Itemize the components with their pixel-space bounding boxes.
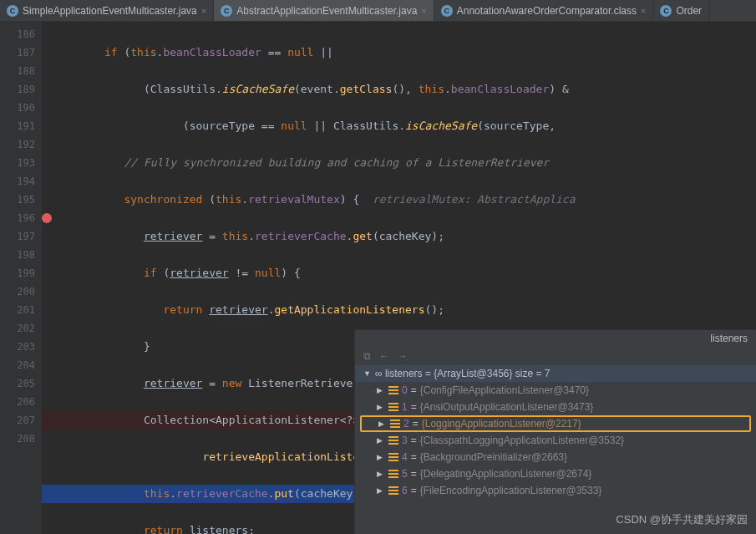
equals-icon (388, 436, 398, 445)
line-gutter: 186 187 188 189 190 191 192 193 194 195 … (0, 22, 42, 534)
line-number: 201 (0, 301, 35, 319)
line-number: 188 (0, 62, 35, 80)
debug-title: listeners (710, 333, 748, 344)
line-number: 189 (0, 80, 35, 99)
equals-icon (388, 403, 398, 411)
line-number: 206 (0, 393, 35, 411)
debug-item[interactable]: ▶ 3 = {ClasspathLoggingApplicationListen… (355, 432, 756, 449)
line-number: 199 (0, 264, 35, 282)
line-number: 186 (0, 25, 35, 43)
line-number: 205 (0, 374, 35, 393)
tab-order[interactable]: COrder (653, 0, 709, 21)
line-number: 187 (0, 43, 35, 62)
line-number: 191 (0, 117, 35, 135)
line-number: 204 (0, 356, 35, 374)
line-number: 202 (0, 319, 35, 338)
line-number: 195 (0, 191, 35, 209)
debug-header: listeners (355, 330, 756, 347)
tab-label: AbstractApplicationEventMulticaster.java (236, 5, 417, 17)
expand-icon[interactable]: ▼ (363, 369, 372, 378)
expand-icon[interactable]: ▶ (377, 486, 385, 495)
tab-label: SimpleApplicationEventMulticaster.java (23, 5, 197, 17)
debug-value: ∞ listeners = {ArrayList@3456} size = 7 (375, 368, 551, 379)
close-icon[interactable]: × (201, 6, 206, 16)
java-icon: C (221, 5, 232, 17)
expand-icon[interactable]: ▶ (377, 453, 385, 461)
tab-label: Order (676, 5, 702, 17)
line-number: 198 (0, 246, 35, 264)
tab-label: AnnotationAwareOrderComparator.class (457, 5, 637, 17)
editor-tabs: CSimpleApplicationEventMulticaster.java×… (0, 0, 756, 22)
debug-item[interactable]: ▶ 5 = {DelegatingApplicationListener@267… (355, 465, 756, 482)
line-number: 200 (0, 282, 35, 301)
equals-icon (390, 420, 400, 428)
java-icon: C (660, 5, 672, 17)
watermark: CSDN @协手共建美好家园 (616, 512, 748, 527)
line-number: 193 (0, 154, 35, 172)
close-icon[interactable]: × (641, 6, 646, 16)
debug-item-selected[interactable]: ▶ 2 = {LoggingApplicationListener@2217} (360, 415, 751, 432)
expand-icon[interactable]: ▶ (377, 436, 385, 445)
debug-item[interactable]: ▶ 0 = {ConfigFileApplicationListener@347… (355, 382, 756, 399)
debug-variables-panel: listeners ⧉ ← → ▼∞ listeners = {ArrayLis… (354, 329, 756, 534)
debug-root-variable[interactable]: ▼∞ listeners = {ArrayList@3456} size = 7 (355, 365, 756, 382)
line-number: 194 (0, 172, 35, 191)
line-number: 207 (0, 411, 35, 430)
expand-icon[interactable]: ▶ (377, 403, 385, 411)
line-number: 208 (0, 430, 35, 448)
copy-icon[interactable]: ⧉ (363, 350, 371, 362)
line-number: 190 (0, 99, 35, 117)
equals-icon (388, 386, 398, 394)
line-number: 192 (0, 135, 35, 154)
expand-icon[interactable]: ▶ (377, 386, 385, 394)
debug-item[interactable]: ▶ 4 = {BackgroundPreinitializer@2663} (355, 449, 756, 465)
line-number: 203 (0, 338, 35, 356)
tab-simple[interactable]: CSimpleApplicationEventMulticaster.java× (0, 0, 214, 21)
breakpoint-line[interactable]: 196 (0, 209, 35, 227)
debug-item[interactable]: ▶ 1 = {AnsiOutputApplicationListener@347… (355, 399, 756, 415)
equals-icon (388, 470, 398, 478)
close-icon[interactable]: × (421, 6, 426, 16)
equals-icon (388, 453, 398, 461)
java-icon: C (7, 5, 18, 17)
tab-annotation[interactable]: CAnnotationAwareOrderComparator.class× (434, 0, 654, 21)
expand-icon[interactable]: ▶ (377, 470, 385, 478)
debug-item[interactable]: ▶ 6 = {FileEncodingApplicationListener@3… (355, 482, 756, 499)
line-number: 197 (0, 227, 35, 246)
tab-abstract[interactable]: CAbstractApplicationEventMulticaster.jav… (214, 0, 434, 21)
forward-icon[interactable]: → (398, 350, 408, 362)
back-icon[interactable]: ← (379, 350, 389, 362)
expand-icon[interactable]: ▶ (378, 420, 387, 428)
debug-toolbar: ⧉ ← → (355, 347, 756, 365)
java-icon: C (441, 5, 453, 17)
equals-icon (388, 486, 398, 495)
